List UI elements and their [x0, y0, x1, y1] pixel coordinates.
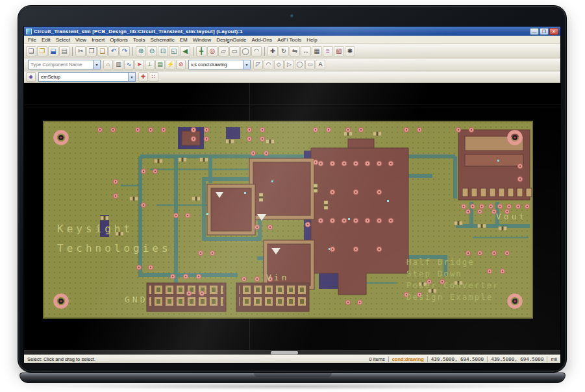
new-design-icon[interactable]: ❏ — [26, 46, 36, 56]
grid-icon[interactable]: ▦ — [312, 46, 322, 56]
insert-via-icon[interactable]: ◎ — [207, 46, 218, 56]
menu-select[interactable]: Select — [53, 37, 73, 43]
zoom-out-icon[interactable]: ⊖ — [147, 46, 157, 56]
em-setup-icon[interactable]: ◈ — [26, 72, 36, 82]
redo-icon[interactable]: ↷ — [119, 46, 130, 56]
text-tool-icon[interactable]: A — [316, 60, 325, 69]
horizontal-scrollbar[interactable] — [24, 350, 560, 354]
dimension-icon[interactable]: ↔ — [301, 46, 311, 56]
toolbar-insert-icons-right: ◸◠◇▷◯▭A — [253, 60, 325, 69]
chevron-down-icon[interactable] — [243, 60, 250, 69]
ground-pin-icon[interactable]: ⊥ — [145, 60, 155, 69]
layout-canvas[interactable]: Keysight Technologies GND Vin Vout Half … — [24, 83, 560, 354]
menu-add-ons[interactable]: Add-Ons — [249, 37, 275, 43]
snap-origin-icon[interactable]: ✚ — [138, 72, 148, 82]
board-label-gnd: GND — [125, 295, 147, 304]
menu-tools[interactable]: Tools — [131, 37, 148, 43]
board-brand-line1: Keysight — [57, 223, 133, 235]
insert-rectangle-icon[interactable]: ▭ — [229, 46, 240, 56]
mounting-hole-top-left[interactable] — [55, 132, 67, 143]
status-units: mil — [551, 356, 557, 362]
net-highlight-icon[interactable]: ∿ — [124, 60, 134, 69]
em-simulation-icon[interactable]: ▧ — [334, 46, 344, 56]
toolbar-separator — [264, 47, 265, 56]
status-divider — [427, 356, 428, 362]
laptop-base-notch — [254, 373, 332, 377]
rect-tool-icon[interactable]: ▭ — [305, 60, 315, 69]
stop-icon[interactable]: ⊘ — [176, 60, 186, 69]
component-palette-icon[interactable]: ⌂ — [103, 60, 113, 69]
mounting-hole-top-right[interactable] — [509, 132, 521, 143]
board-label-vout: Vout — [496, 212, 527, 221]
close-button[interactable]: ✕ — [549, 28, 558, 35]
board-desc-line4: Design Example — [406, 292, 493, 302]
menu-schematic[interactable]: Schematic — [147, 37, 177, 43]
window-title: Circuit_Transient_sim [PCB_Design_lib:Ci… — [34, 29, 528, 34]
component-list-icon[interactable]: ▥ — [114, 60, 123, 69]
copper-pour-main[interactable] — [311, 148, 408, 295]
board-brand-line2: Technologies — [57, 242, 171, 254]
zoom-area-icon[interactable]: ⊡ — [158, 46, 168, 56]
layer-stack-icon[interactable]: ≡ — [323, 46, 333, 56]
simulate-icon[interactable]: ⚡ — [166, 60, 175, 69]
pcb-layout[interactable]: Keysight Technologies GND Vin Vout Half … — [43, 121, 533, 319]
chevron-down-icon[interactable] — [93, 60, 100, 69]
arc-corner-icon[interactable]: ◠ — [264, 60, 273, 69]
pentagon-tool-icon[interactable]: ▷ — [284, 60, 294, 69]
insert-arc-icon[interactable]: ◠ — [251, 46, 262, 56]
menu-options[interactable]: Options — [107, 37, 131, 43]
window-titlebar[interactable]: Circuit_Transient_sim [PCB_Design_lib:Ci… — [24, 27, 560, 36]
view-last-icon[interactable]: ◀ — [180, 46, 190, 56]
menu-window[interactable]: Window — [190, 37, 214, 43]
board-desc-line3: Power Converter — [406, 280, 499, 290]
corner-tool-icon[interactable]: ◸ — [253, 60, 263, 69]
preferences-icon[interactable]: ✱ — [345, 46, 355, 56]
mesh-grid-icon[interactable]: ∷ — [149, 72, 158, 82]
toolbar-main: ❏❒⬓▤✂❐❑↶↷⊕⊖⊡◱◀╋◎▱▭◯◠✚↻⇋↔▦≡▧✱ — [24, 44, 560, 58]
horizontal-scrollbar-thumb[interactable] — [271, 351, 298, 354]
zoom-fit-icon[interactable]: ◱ — [169, 46, 179, 56]
ellipse-tool-icon[interactable]: ◯ — [295, 60, 305, 69]
status-hint: Select: Click and drag to select. — [27, 356, 95, 362]
print-icon[interactable]: ▤ — [59, 46, 69, 56]
zoom-in-icon[interactable]: ⊕ — [136, 46, 146, 56]
toolbar-em: ◈ emSetup ✚∷ — [24, 71, 560, 83]
diamond-tool-icon[interactable]: ◇ — [274, 60, 284, 69]
insert-polygon-icon[interactable]: ▱ — [218, 46, 229, 56]
undo-icon[interactable]: ↶ — [108, 46, 119, 56]
maximize-button[interactable]: ❐ — [540, 28, 549, 35]
menu-view[interactable]: View — [73, 37, 89, 43]
insert-trace-icon[interactable]: ╋ — [196, 46, 206, 56]
mirror-icon[interactable]: ⇋ — [290, 46, 300, 56]
rotate-icon[interactable]: ↻ — [279, 46, 289, 56]
menu-edit[interactable]: Edit — [39, 37, 53, 43]
minimize-button[interactable]: — — [530, 28, 539, 35]
open-design-icon[interactable]: ❒ — [37, 46, 47, 56]
copy-icon[interactable]: ❐ — [86, 46, 97, 56]
toolbar-insert-icons-left: ⌂▥∿➤⊥▤⚡⊘ — [103, 60, 186, 69]
mounting-hole-bottom-right[interactable] — [509, 295, 521, 307]
layer-select-combo[interactable]: v,s cond:drawing — [188, 60, 251, 69]
menu-help[interactable]: Help — [304, 37, 319, 43]
status-coordinates-absolute: 439.5000, 694.5000 — [431, 356, 484, 362]
menu-em[interactable]: EM — [177, 37, 190, 43]
board-label-vin: Vin — [266, 273, 289, 282]
mounting-hole-bottom-left[interactable] — [55, 295, 67, 307]
em-setup-combo[interactable]: emSetup — [38, 72, 136, 82]
move-icon[interactable]: ✚ — [268, 46, 278, 56]
status-divider — [487, 356, 488, 362]
component-name-combo[interactable]: Type Component Name — [28, 60, 101, 69]
cut-icon[interactable]: ✂ — [75, 46, 86, 56]
paste-icon[interactable]: ❑ — [97, 46, 108, 56]
menu-insert[interactable]: Insert — [89, 37, 107, 43]
menu-adfi-tools[interactable]: AdFi Tools — [275, 37, 304, 43]
insert-circle-icon[interactable]: ◯ — [240, 46, 251, 56]
save-design-icon[interactable]: ⬓ — [48, 46, 58, 56]
laptop-screen: Circuit_Transient_sim [PCB_Design_lib:Ci… — [24, 27, 560, 363]
substrate-stack-icon[interactable]: ▤ — [155, 60, 165, 69]
em-port-icon[interactable]: ➤ — [134, 60, 144, 69]
menu-file[interactable]: File — [25, 37, 39, 43]
menu-bar: FileEditSelectViewInsertOptionsToolsSche… — [24, 36, 560, 44]
menu-designguide[interactable]: DesignGuide — [214, 37, 249, 43]
chevron-down-icon[interactable] — [128, 73, 135, 81]
